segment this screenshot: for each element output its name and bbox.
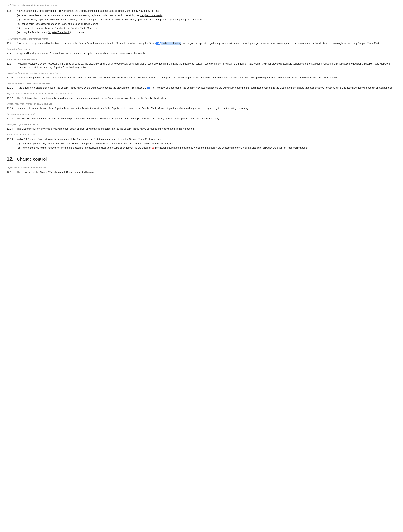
sub-list-11-16: (a) remove or permanently obscure Suppli… bbox=[17, 142, 396, 150]
heading-11-9: Trade marks further assurance bbox=[7, 58, 396, 61]
sub-item-11-6-c: (c) cause harm to the goodwill attaching… bbox=[17, 22, 396, 26]
clause-num-11-14: 11.14 bbox=[7, 117, 17, 120]
toggle-11-11[interactable] bbox=[147, 87, 152, 89]
heading-11-16: Trade marks upon termination bbox=[7, 133, 396, 136]
heading-11-8: Goodwill in trade marks bbox=[7, 47, 396, 51]
clause-11-11: 11.11 If the Supplier considers that a u… bbox=[7, 86, 396, 89]
heading-11-14: No assignment of trade marks bbox=[7, 112, 396, 116]
clause-12-1: 12.1 The provisions of this Clause 12 ap… bbox=[7, 170, 396, 174]
clause-text-11-14: The Supplier shall not during the Term, … bbox=[17, 117, 396, 120]
sub-item-11-16-a: (a) remove or permanently obscure Suppli… bbox=[17, 142, 396, 146]
sub-item-11-6-b: (b) assist with any application to cance… bbox=[17, 18, 396, 21]
clause-11-7: 11.7 Save as expressly permitted by this… bbox=[7, 41, 396, 45]
heading-11-7: Restrictions relating to similar trade m… bbox=[7, 37, 396, 41]
heading-11-11: Specific request to cease use of trade m… bbox=[7, 82, 396, 85]
section-12-title: Change control bbox=[17, 156, 47, 162]
clause-11-10: 11.10 Notwithstanding the restrictions i… bbox=[7, 76, 396, 79]
clause-num-11-11: 11.11 bbox=[7, 86, 17, 89]
clause-11-8: 11.8 All goodwill arising as a result of… bbox=[7, 52, 396, 55]
top-prohibition-note: Prohibition on actions liable to damage … bbox=[7, 3, 396, 7]
clause-11-13: 11.13 In respect of each public use of t… bbox=[7, 107, 396, 110]
clause-text-11-16: Within 10 Business Days following the te… bbox=[17, 137, 396, 150]
clause-text-11-12: The Distributor shall promptly comply wi… bbox=[17, 96, 396, 100]
sub-item-11-6-d: (d) prejudice the right or title of the … bbox=[17, 26, 396, 30]
heading-11-10: Exceptions to territorial restrictions i… bbox=[7, 71, 396, 75]
section-12-number: 12. bbox=[7, 155, 17, 163]
clause-num-11-7: 11.7 bbox=[7, 41, 17, 45]
sub-list-11-6: (a) invalidate or lead to the revocation… bbox=[17, 14, 396, 34]
clause-text-11-7: Save as expressly permitted by this Agre… bbox=[17, 41, 396, 45]
clause-num-11-16: 11.16 bbox=[7, 137, 17, 150]
red-or-icon: or bbox=[151, 147, 154, 149]
clause-text-11-9: Following receipt of a written request f… bbox=[17, 62, 396, 69]
section-12-header: 12. Change control bbox=[7, 155, 396, 164]
clause-11-15: 11.15 The Distributor will not by virtue… bbox=[7, 127, 396, 131]
heading-12-1: Application of section to change request… bbox=[7, 166, 396, 170]
clause-num-11-15: 11.15 bbox=[7, 127, 17, 131]
clause-num-11-9: 11.9 bbox=[7, 62, 17, 69]
clause-11-14: 11.14 The Supplier shall not during the … bbox=[7, 117, 396, 120]
clause-num-11-6: 11.6 bbox=[7, 9, 17, 35]
heading-11-15: No implied rights to trade marks bbox=[7, 123, 396, 126]
clause-11-12: 11.12 The Distributor shall promptly com… bbox=[7, 96, 396, 100]
clause-num-11-13: 11.13 bbox=[7, 107, 17, 110]
heading-11-13: Identify trade mark licensor on each pub… bbox=[7, 102, 396, 106]
clause-11-9: 11.9 Following receipt of a written requ… bbox=[7, 62, 396, 69]
clause-11-16: 11.16 Within 10 Business Days following … bbox=[7, 137, 396, 150]
clause-11-6: 11.6 Notwithstanding any other provision… bbox=[7, 9, 396, 35]
clause-num-12-1: 12.1 bbox=[7, 170, 17, 174]
sub-item-11-6-a: (a) invalidate or lead to the revocation… bbox=[17, 14, 396, 17]
clause-text-11-8: All goodwill arising as a result of, or … bbox=[17, 52, 396, 55]
heading-11-12: Right to make reasonable demands in rela… bbox=[7, 92, 396, 95]
clause-text-11-13: In respect of each public use of the Sup… bbox=[17, 107, 396, 110]
clause-text-11-11: If the Supplier considers that a use of … bbox=[17, 86, 396, 89]
clause-text-11-10: Notwithstanding the restrictions in this… bbox=[17, 76, 396, 79]
clause-num-11-12: 11.12 bbox=[7, 96, 17, 100]
clause-text-11-15: The Distributor will not by virtue of th… bbox=[17, 127, 396, 131]
clause-num-11-10: 11.10 bbox=[7, 76, 17, 79]
sub-item-11-6-e: (e) bring the Supplier or any Supplier T… bbox=[17, 31, 396, 34]
clause-text-12-1: The provisions of this Clause 12 apply t… bbox=[17, 170, 396, 174]
clause-num-11-8: 11.8 bbox=[7, 52, 17, 55]
toggle-11-7[interactable] bbox=[155, 42, 161, 45]
sub-item-11-16-b: (b) to the extent that neither removal n… bbox=[17, 146, 396, 150]
clause-text-11-6: Notwithstanding any other provision of t… bbox=[17, 9, 396, 35]
